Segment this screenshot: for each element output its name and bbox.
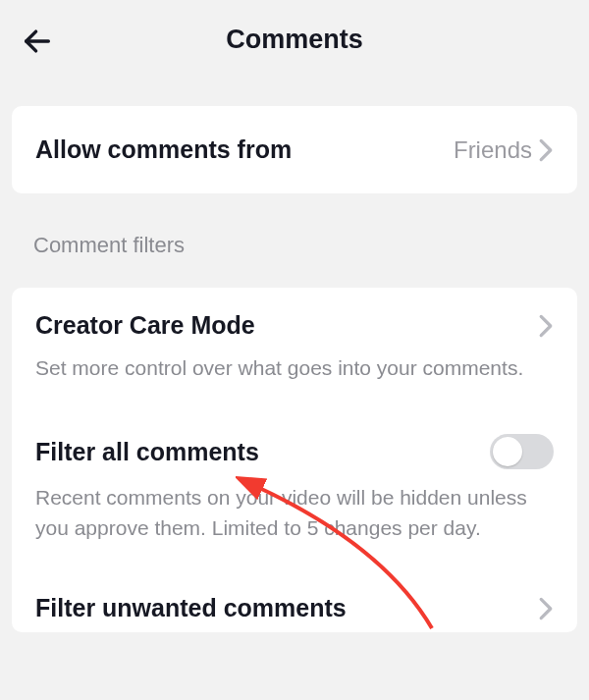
- creator-care-mode-row[interactable]: Creator Care Mode Set more control over …: [12, 288, 577, 404]
- filter-all-comments-toggle[interactable]: [490, 434, 554, 469]
- filter-all-comments-title: Filter all comments: [35, 438, 259, 466]
- header: Comments: [0, 0, 589, 79]
- toggle-knob: [493, 437, 522, 466]
- chevron-right-icon: [538, 596, 554, 621]
- filter-all-comments-desc: Recent comments on your video will be hi…: [35, 483, 554, 543]
- chevron-right-icon: [538, 313, 554, 339]
- comment-filters-card: Creator Care Mode Set more control over …: [12, 288, 577, 632]
- back-arrow-icon: [21, 25, 54, 58]
- filter-unwanted-comments-title: Filter unwanted comments: [35, 594, 347, 622]
- section-comment-filters: Comment filters: [0, 193, 589, 268]
- page-title: Comments: [0, 25, 589, 55]
- allow-comments-value: Friends: [454, 136, 532, 164]
- creator-care-mode-title: Creator Care Mode: [35, 311, 255, 340]
- allow-comments-label: Allow comments from: [35, 135, 292, 164]
- allow-comments-value-wrap: Friends: [454, 136, 554, 164]
- allow-comments-row[interactable]: Allow comments from Friends: [12, 106, 577, 193]
- filter-all-comments-row: Filter all comments Recent comments on y…: [12, 404, 577, 565]
- back-button[interactable]: [18, 22, 57, 61]
- creator-care-mode-desc: Set more control over what goes into you…: [35, 353, 554, 383]
- filter-unwanted-comments-row[interactable]: Filter unwanted comments: [12, 565, 577, 632]
- chevron-right-icon: [538, 137, 554, 163]
- allow-comments-card: Allow comments from Friends: [12, 106, 577, 193]
